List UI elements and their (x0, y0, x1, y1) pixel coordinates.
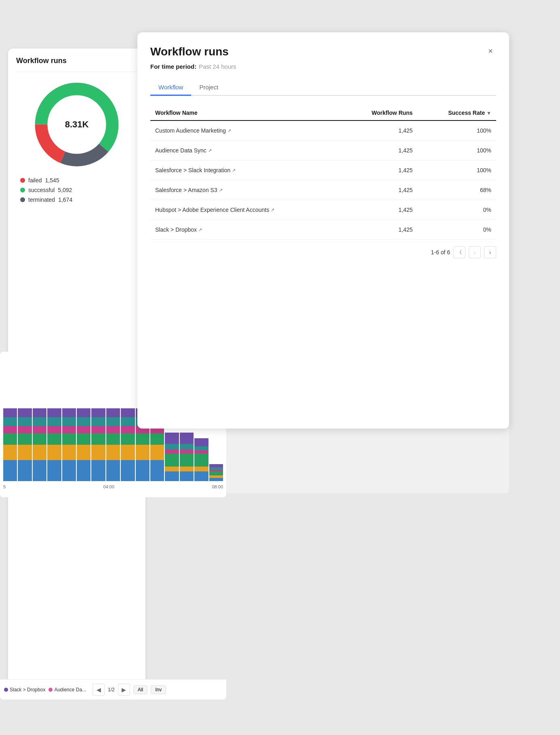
tab-workflow[interactable]: Workflow (150, 80, 191, 96)
next-page-button[interactable]: ▶ (118, 684, 130, 696)
success-rate-value: 100% (417, 161, 496, 180)
bar-chart-x-labels: 5 04:00 08:00 (3, 484, 223, 489)
external-link-icon[interactable]: ↗ (219, 188, 223, 193)
next-table-page-button[interactable]: › (484, 246, 496, 258)
workflow-runs-value: 1,425 (342, 180, 418, 200)
successful-value: 5,092 (58, 187, 72, 193)
x-label-3: 08:00 (212, 484, 223, 489)
table-row: Slack > Dropbox ↗ 1,425 0% (150, 220, 496, 240)
table-row: Salesforce > Slack Integration ↗ 1,425 1… (150, 161, 496, 180)
bar-group-5 (62, 408, 76, 481)
successful-dot (20, 188, 25, 192)
workflow-runs-value: 1,425 (342, 141, 418, 161)
donut-legend: failed 1,545 successful 5,092 terminated… (16, 177, 137, 203)
workflow-name: Custom Audience Marketing (155, 127, 226, 134)
success-rate-value: 100% (417, 120, 496, 141)
workflow-name-cell: Salesforce > Amazon S3 ↗ (150, 180, 342, 200)
bar-group-12 (165, 433, 179, 481)
terminated-value: 1,674 (58, 196, 72, 203)
workflow-name: Salesforce > Amazon S3 (155, 187, 217, 193)
success-rate-value: 0% (417, 200, 496, 220)
success-rate-value: 68% (417, 180, 496, 200)
modal-header: Workflow runs × (150, 45, 496, 58)
terminated-label: terminated (28, 196, 55, 203)
workflow-name-cell: Custom Audience Marketing ↗ (150, 120, 342, 141)
x-label-1: 5 (3, 484, 6, 489)
table-row: Hubspot > Adobe Experience Client Accoun… (150, 200, 496, 220)
bar-group-2 (18, 408, 32, 481)
inv-button[interactable]: Inv (151, 685, 166, 694)
workflow-name-cell: Hubspot > Adobe Experience Client Accoun… (150, 200, 342, 220)
failed-value: 1,545 (45, 177, 59, 184)
workflow-name-cell: Salesforce > Slack Integration ↗ (150, 161, 342, 180)
x-label-2: 04:00 (103, 484, 115, 489)
bar-group-14 (194, 438, 208, 481)
time-period-value: Past 24 hours (199, 63, 236, 70)
table-header-row: Workflow Name Workflow Runs Success Rate… (150, 106, 496, 120)
col-workflow-runs: Workflow Runs (342, 106, 418, 120)
slack-dropbox-label: Slack > Dropbox (10, 687, 45, 693)
bar-group-7 (91, 408, 105, 481)
tab-project[interactable]: Project (191, 80, 226, 96)
legend-slack-dropbox: Slack > Dropbox (4, 687, 45, 693)
bar-group-8 (106, 408, 120, 481)
legend-successful: successful 5,092 (20, 187, 133, 193)
bar-group-4 (47, 408, 61, 481)
legend-terminated: terminated 1,674 (20, 196, 133, 203)
failed-label: failed (28, 177, 42, 184)
bar-stack (3, 408, 17, 481)
bg-card-title: Workflow runs (16, 57, 137, 65)
workflow-name-cell: Audience Data Sync ↗ (150, 141, 342, 161)
external-link-icon[interactable]: ↗ (208, 148, 212, 153)
prev-table-page-button[interactable]: ‹ (469, 246, 481, 258)
first-page-button[interactable]: 《 (453, 246, 465, 258)
donut-center-value: 8.31K (65, 119, 89, 130)
legend-failed: failed 1,545 (20, 177, 133, 184)
table-row: Custom Audience Marketing ↗ 1,425 100% (150, 120, 496, 141)
pagination-summary: 1-6 of 6 (431, 249, 450, 256)
time-period-row: For time period: Past 24 hours (150, 63, 496, 70)
col-workflow-name: Workflow Name (150, 106, 342, 120)
workflow-runs-table: Workflow Name Workflow Runs Success Rate… (150, 106, 496, 240)
legend-audience-data: Audience Da... (48, 687, 86, 693)
success-rate-value: 0% (417, 220, 496, 240)
donut-chart-container: 8.31K (16, 80, 137, 169)
time-period-label: For time period: (150, 63, 196, 70)
workflow-name-cell: Slack > Dropbox ↗ (150, 220, 342, 240)
slack-dropbox-dot (4, 688, 8, 692)
bar-group-15 (209, 464, 223, 481)
modal-title: Workflow runs (150, 45, 229, 58)
table-pagination: 1-6 of 6 《 ‹ › (150, 240, 496, 258)
page-info: 1/2 (108, 687, 115, 693)
workflow-name: Salesforce > Slack Integration (155, 167, 230, 173)
chart-bottom-bar: Slack > Dropbox Audience Da... ◀ 1/2 ▶ A… (0, 679, 226, 699)
success-rate-value: 100% (417, 141, 496, 161)
workflow-name: Slack > Dropbox (155, 226, 197, 233)
prev-page-button[interactable]: ◀ (93, 684, 105, 696)
sort-icon: ▼ (486, 110, 491, 116)
external-link-icon[interactable]: ↗ (271, 207, 274, 213)
audience-data-dot (48, 688, 53, 692)
bar-group-1 (3, 408, 17, 481)
external-link-icon[interactable]: ↗ (198, 227, 202, 232)
external-link-icon[interactable]: ↗ (232, 168, 236, 173)
workflow-runs-value: 1,425 (342, 161, 418, 180)
workflow-runs-value: 1,425 (342, 220, 418, 240)
bar-group-13 (180, 433, 194, 481)
audience-data-label: Audience Da... (54, 687, 86, 693)
all-button[interactable]: All (133, 685, 147, 694)
col-success-rate-label: Success Rate (448, 110, 485, 116)
close-button[interactable]: × (485, 45, 496, 57)
failed-dot (20, 178, 25, 183)
col-success-rate[interactable]: Success Rate ▼ (417, 106, 496, 120)
workflow-runs-modal: Workflow runs × For time period: Past 24… (137, 32, 509, 429)
bar-group-9 (121, 408, 135, 481)
terminated-dot (20, 197, 25, 202)
external-link-icon[interactable]: ↗ (227, 128, 231, 133)
bar-group-3 (33, 408, 46, 481)
successful-label: successful (28, 187, 55, 193)
bar-group-6 (77, 408, 91, 481)
workflow-runs-value: 1,425 (342, 120, 418, 141)
workflow-name: Audience Data Sync (155, 147, 206, 154)
workflow-runs-value: 1,425 (342, 200, 418, 220)
